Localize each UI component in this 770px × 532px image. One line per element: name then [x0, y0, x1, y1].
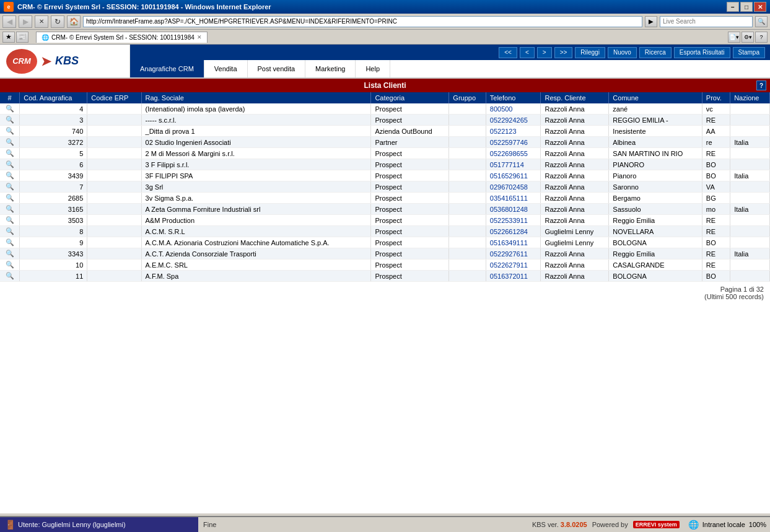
tools-menu-button[interactable]: ⚙▾	[742, 32, 754, 43]
row-telefono[interactable]: 0522661284	[486, 226, 541, 237]
table-row[interactable]: 🔍10A.E.M.C. SRLProspect0522627911Razzoli…	[0, 259, 770, 271]
row-rag-sociale[interactable]: 2 M di Messori & Margini s.r.l.	[141, 148, 371, 159]
stop-button[interactable]: ✕	[35, 15, 48, 28]
nav-btn-next-next[interactable]: >>	[554, 47, 573, 58]
favorites-icon[interactable]: ★	[2, 32, 15, 43]
row-telefono[interactable]: 0516529611	[486, 170, 541, 181]
table-row[interactable]: 🔍26853v Sigma S.p.a.Prospect0354165111Ra…	[0, 193, 770, 204]
row-search-icon[interactable]: 🔍	[0, 170, 20, 181]
menu-post-vendita[interactable]: Post vendita	[248, 60, 306, 77]
nav-btn-next[interactable]: >	[537, 47, 552, 58]
row-search-icon[interactable]: 🔍	[0, 204, 20, 215]
row-rag-sociale[interactable]: A.C.M.A. Azionaria Costruzioni Macchine …	[141, 237, 371, 248]
back-button[interactable]: ◀	[2, 15, 16, 28]
table-row[interactable]: 🔍9A.C.M.A. Azionaria Costruzioni Macchin…	[0, 237, 770, 248]
row-search-icon[interactable]: 🔍	[0, 259, 20, 271]
row-telefono[interactable]: 0522597746	[486, 137, 541, 148]
table-row[interactable]: 🔍4(Intenational) imola spa (laverda)Pros…	[0, 103, 770, 115]
row-telefono[interactable]: 0516372011	[486, 271, 541, 282]
row-telefono[interactable]: 0522698655	[486, 148, 541, 159]
table-row[interactable]: 🔍63 F Filippi s.r.l.Prospect051777114Raz…	[0, 159, 770, 170]
row-search-icon[interactable]: 🔍	[0, 115, 20, 126]
tab-close-button[interactable]: ✕	[197, 34, 202, 40]
nav-btn-prev-prev[interactable]: <<	[499, 47, 517, 58]
page-menu-button[interactable]: 📄▾	[728, 32, 740, 43]
search-go-button[interactable]: 🔍	[755, 16, 768, 27]
table-row[interactable]: 🔍3----- s.c.r.l.Prospect0522924265Razzol…	[0, 115, 770, 126]
row-search-icon[interactable]: 🔍	[0, 215, 20, 226]
row-rag-sociale[interactable]: _Ditta di prova 1	[141, 126, 371, 137]
row-rag-sociale[interactable]: A&M Production	[141, 215, 371, 226]
row-rag-sociale[interactable]: A.C.T. Azienda Consorziale Trasporti	[141, 248, 371, 259]
row-telefono[interactable]: 0296702458	[486, 181, 541, 193]
menu-marketing[interactable]: Marketing	[305, 60, 356, 77]
table-row[interactable]: 🔍3165A Zeta Gomma Forniture Industriali …	[0, 204, 770, 215]
table-row[interactable]: 🔍8A.C.M. S.R.LProspect0522661284Guglielm…	[0, 226, 770, 237]
row-rag-sociale[interactable]: 3F FILIPPI SPA	[141, 170, 371, 181]
nav-btn-prev[interactable]: <	[520, 47, 535, 58]
row-telefono[interactable]: 0354165111	[486, 193, 541, 204]
help-button-section[interactable]: ?	[756, 81, 766, 90]
row-rag-sociale[interactable]: A.F.M. Spa	[141, 271, 371, 282]
close-button[interactable]: ✕	[754, 2, 766, 12]
address-input[interactable]	[83, 16, 642, 27]
minimize-button[interactable]: −	[727, 2, 739, 12]
row-telefono[interactable]: 0522123	[486, 126, 541, 137]
table-row[interactable]: 🔍11A.F.M. SpaProspect0516372011Razzoli A…	[0, 271, 770, 282]
row-telefono[interactable]: 800500	[486, 103, 541, 115]
row-search-icon[interactable]: 🔍	[0, 137, 20, 148]
row-search-icon[interactable]: 🔍	[0, 103, 20, 115]
home-button[interactable]: 🏠	[67, 15, 81, 28]
row-telefono[interactable]: 051777114	[486, 159, 541, 170]
maximize-button[interactable]: □	[740, 2, 753, 12]
nav-btn-esporta[interactable]: Esporta Risultati	[674, 47, 730, 58]
row-telefono[interactable]: 0536801248	[486, 204, 541, 215]
nav-btn-ricerca[interactable]: Ricerca	[639, 47, 672, 58]
row-rag-sociale[interactable]: 3g Srl	[141, 181, 371, 193]
table-row[interactable]: 🔍327202 Studio Ingenieri AssociatiPartne…	[0, 137, 770, 148]
forward-button[interactable]: ▶	[19, 15, 32, 28]
row-telefono[interactable]: 0522924265	[486, 115, 541, 126]
row-rag-sociale[interactable]: 3v Sigma S.p.a.	[141, 193, 371, 204]
row-telefono[interactable]: 0522927611	[486, 248, 541, 259]
table-row[interactable]: 🔍34393F FILIPPI SPAProspect0516529611Raz…	[0, 170, 770, 181]
menu-help[interactable]: Help	[356, 60, 390, 77]
row-telefono[interactable]: 0522533911	[486, 215, 541, 226]
live-search-input[interactable]	[660, 16, 753, 27]
table-row[interactable]: 🔍52 M di Messori & Margini s.r.l.Prospec…	[0, 148, 770, 159]
table-row[interactable]: 🔍73g SrlProspect0296702458Razzoli AnnaSa…	[0, 181, 770, 193]
row-search-icon[interactable]: 🔍	[0, 271, 20, 282]
row-rag-sociale[interactable]: (Intenational) imola spa (laverda)	[141, 103, 371, 115]
help-button[interactable]: ?	[755, 32, 768, 43]
row-search-icon[interactable]: 🔍	[0, 181, 20, 193]
row-search-icon[interactable]: 🔍	[0, 193, 20, 204]
table-row[interactable]: 🔍3503A&M ProductionProspect0522533911Raz…	[0, 215, 770, 226]
refresh-button[interactable]: ↻	[51, 15, 64, 28]
table-row[interactable]: 🔍3343A.C.T. Azienda Consorziale Trasport…	[0, 248, 770, 259]
row-telefono[interactable]: 0516349111	[486, 237, 541, 248]
row-search-icon[interactable]: 🔍	[0, 226, 20, 237]
row-rag-sociale[interactable]: 02 Studio Ingenieri Associati	[141, 137, 371, 148]
nav-btn-nuovo[interactable]: Nuovo	[608, 47, 637, 58]
row-rag-sociale[interactable]: 3 F Filippi s.r.l.	[141, 159, 371, 170]
row-search-icon[interactable]: 🔍	[0, 237, 20, 248]
row-search-icon[interactable]: 🔍	[0, 248, 20, 259]
nav-btn-rileggi[interactable]: Rileggi	[575, 47, 605, 58]
row-search-icon[interactable]: 🔍	[0, 126, 20, 137]
row-rag-sociale[interactable]: A Zeta Gomma Forniture Industriali srl	[141, 204, 371, 215]
row-search-icon[interactable]: 🔍	[0, 148, 20, 159]
row-telefono[interactable]: 0522627911	[486, 259, 541, 271]
row-rag-sociale[interactable]: ----- s.c.r.l.	[141, 115, 371, 126]
row-rag-sociale[interactable]: A.E.M.C. SRL	[141, 259, 371, 271]
browser-tab[interactable]: 🌐 CRM- © Errevi System Srl - SESSION: 10…	[36, 32, 208, 43]
nav-btn-stampa[interactable]: Stampa	[733, 47, 765, 58]
row-rag-sociale[interactable]: A.C.M. S.R.L	[141, 226, 371, 237]
row-search-icon[interactable]: 🔍	[0, 159, 20, 170]
feeds-icon[interactable]: 📰	[16, 32, 28, 43]
table-row[interactable]: 🔍740_Ditta di prova 1Azienda OutBound052…	[0, 126, 770, 137]
row-nazione	[730, 181, 770, 193]
go-button[interactable]: ▶	[645, 16, 657, 27]
menu-vendita[interactable]: Vendita	[204, 60, 248, 77]
menu-anagrafiche[interactable]: Anagrafiche CRM	[130, 60, 204, 77]
row-codice-erp	[87, 204, 141, 215]
